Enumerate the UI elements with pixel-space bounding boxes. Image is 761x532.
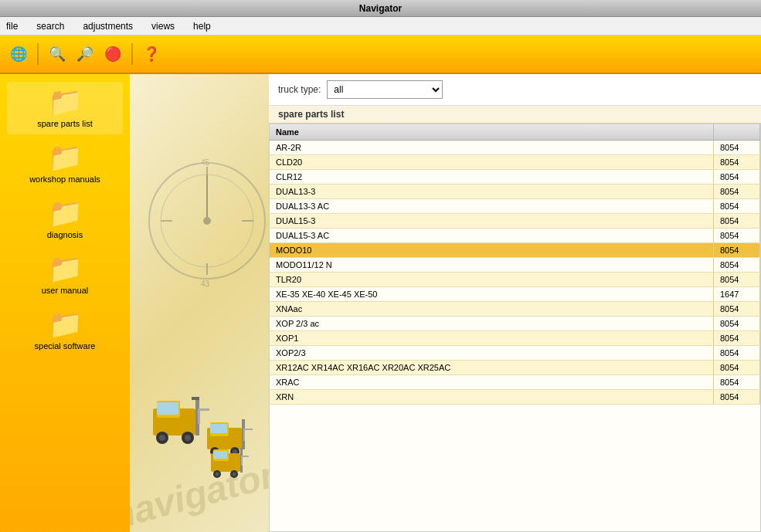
folder-icon-special-software: 📁 <box>48 310 83 338</box>
table-row[interactable]: CLR12 8054 <box>270 170 760 185</box>
table-row[interactable]: XOP2/3 8054 <box>270 346 760 361</box>
column-header-code <box>714 124 760 140</box>
menu-views[interactable]: views <box>148 19 178 33</box>
truck-type-selector-area: truck type: all <box>269 74 761 106</box>
svg-point-18 <box>185 435 191 441</box>
table-cell-code: 8054 <box>714 375 760 389</box>
table-cell-name: XE-35 XE-40 XE-45 XE-50 <box>270 287 714 301</box>
table-row[interactable]: AR-2R 8054 <box>270 141 760 155</box>
table-cell-name: AR-2R <box>270 141 714 154</box>
menu-search[interactable]: search <box>33 19 67 33</box>
table-row[interactable]: XOP1 8054 <box>270 331 760 346</box>
sidebar-item-diagnosis[interactable]: 📁 diagnosis <box>7 193 123 246</box>
table-cell-code: 8054 <box>714 331 760 345</box>
svg-rect-12 <box>157 402 178 415</box>
table-cell-name: XOP2/3 <box>270 346 714 360</box>
svg-rect-29 <box>243 429 245 441</box>
table-row[interactable]: DUAL15-3 8054 <box>270 214 760 229</box>
sidebar-item-spare-parts-list[interactable]: 📁 spare parts list <box>7 82 123 134</box>
table-row[interactable]: CLD20 8054 <box>270 155 760 170</box>
table-row[interactable]: DUAL13-3 8054 <box>270 185 760 199</box>
toolbar-home-button[interactable]: 🌐 <box>6 42 31 66</box>
table-cell-name: MODO10 <box>270 243 714 257</box>
table-cell-name: DUAL15-3 <box>270 214 714 228</box>
table-row[interactable]: XOP 2/3 ac 8054 <box>270 317 760 331</box>
parts-table[interactable]: Name AR-2R 8054 CLD20 8054 CLR12 8054 DU… <box>269 124 761 532</box>
table-row[interactable]: XRN 8054 <box>270 390 760 405</box>
table-cell-name: DUAL13-3 <box>270 185 714 198</box>
sidebar-item-workshop-manuals[interactable]: 📁 workshop manuals <box>7 137 123 190</box>
toolbar-help-button[interactable]: ❓ <box>139 42 164 66</box>
table-row[interactable]: XRAC 8054 <box>270 375 760 390</box>
sidebar-item-special-software[interactable]: 📁 special software <box>7 304 123 357</box>
table-cell-code: 8054 <box>714 258 760 272</box>
app-title: Navigator <box>359 3 402 14</box>
svg-rect-14 <box>192 397 199 400</box>
menu-bar: file search adjustments views help <box>0 17 761 36</box>
truck-type-label: truck type: <box>278 84 321 95</box>
svg-text:43: 43 <box>201 280 210 288</box>
sidebar-item-user-manual[interactable]: 📁 user manual <box>7 249 123 301</box>
table-row[interactable]: MODO11/12 N 8054 <box>270 258 760 273</box>
table-cell-code: 8054 <box>714 317 760 330</box>
table-row[interactable]: XNAac 8054 <box>270 302 760 317</box>
svg-text:45: 45 <box>201 158 210 167</box>
toolbar-stop-button[interactable]: 🔴 <box>100 42 125 66</box>
table-cell-name: MODO11/12 N <box>270 258 714 272</box>
menu-help[interactable]: help <box>190 19 214 33</box>
sidebar-label-workshop: workshop manuals <box>29 175 100 184</box>
main-layout: 📁 spare parts list 📁 workshop manuals 📁 … <box>0 74 761 532</box>
table-cell-name: CLR12 <box>270 170 714 184</box>
folder-icon-workshop: 📁 <box>48 144 83 171</box>
table-body: AR-2R 8054 CLD20 8054 CLR12 8054 DUAL13-… <box>270 141 760 405</box>
spare-parts-section-header: spare parts list <box>269 106 761 124</box>
title-bar: Navigator <box>0 0 761 17</box>
svg-rect-40 <box>241 456 249 457</box>
left-decorative-area: 45 43 <box>130 74 269 532</box>
svg-rect-20 <box>198 408 209 411</box>
table-row[interactable]: TLR20 8054 <box>270 273 760 287</box>
table-cell-code: 8054 <box>714 155 760 169</box>
sidebar-label-special-software: special software <box>35 341 96 351</box>
folder-icon-spare-parts: 📁 <box>48 88 83 116</box>
sidebar-label-user-manual: user manual <box>42 286 89 295</box>
table-cell-code: 8054 <box>714 361 760 374</box>
spare-parts-label: spare parts list <box>278 109 344 120</box>
svg-point-9 <box>203 217 211 225</box>
table-cell-name: XNAac <box>270 302 714 316</box>
table-cell-name: CLD20 <box>270 155 714 169</box>
table-row[interactable]: MODO10 8054 <box>270 243 760 258</box>
middle-section: 45 43 <box>130 74 761 532</box>
svg-rect-30 <box>243 429 253 430</box>
sidebar-label-spare-parts: spare parts list <box>37 119 93 128</box>
table-cell-name: XRAC <box>270 375 714 389</box>
table-cell-name: DUAL13-3 AC <box>270 199 714 213</box>
toolbar-separator-2 <box>131 43 133 65</box>
table-cell-name: XR12AC XR14AC XR16AC XR20AC XR25AC <box>270 361 714 374</box>
table-row[interactable]: DUAL13-3 AC 8054 <box>270 199 760 214</box>
table-row[interactable]: XE-35 XE-40 XE-45 XE-50 1647 <box>270 287 760 302</box>
table-header: Name <box>270 124 760 141</box>
sidebar-label-diagnosis: diagnosis <box>47 230 83 239</box>
menu-file[interactable]: file <box>3 19 21 33</box>
table-row[interactable]: DUAL15-3 AC 8054 <box>270 229 760 243</box>
sidebar: 📁 spare parts list 📁 workshop manuals 📁 … <box>0 74 130 532</box>
table-cell-code: 8054 <box>714 185 760 198</box>
toolbar-search-button[interactable]: 🔍 <box>45 42 70 66</box>
svg-rect-33 <box>213 451 227 459</box>
table-cell-code: 8054 <box>714 214 760 228</box>
folder-icon-user-manual: 📁 <box>48 255 83 283</box>
table-cell-code: 8054 <box>714 302 760 316</box>
table-cell-code: 8054 <box>714 170 760 184</box>
menu-adjustments[interactable]: adjustments <box>80 19 136 33</box>
toolbar-zoom-button[interactable]: 🔎 <box>73 42 97 66</box>
table-cell-name: XOP1 <box>270 331 714 345</box>
table-cell-code: 8054 <box>714 346 760 360</box>
table-row[interactable]: XR12AC XR14AC XR16AC XR20AC XR25AC 8054 <box>270 361 760 375</box>
svg-rect-23 <box>210 424 227 433</box>
right-content: truck type: all spare parts list Name AR… <box>269 74 761 532</box>
toolbar-separator-1 <box>37 43 39 65</box>
folder-icon-diagnosis: 📁 <box>48 199 83 227</box>
truck-type-select[interactable]: all <box>327 80 443 99</box>
table-cell-code: 8054 <box>714 390 760 404</box>
